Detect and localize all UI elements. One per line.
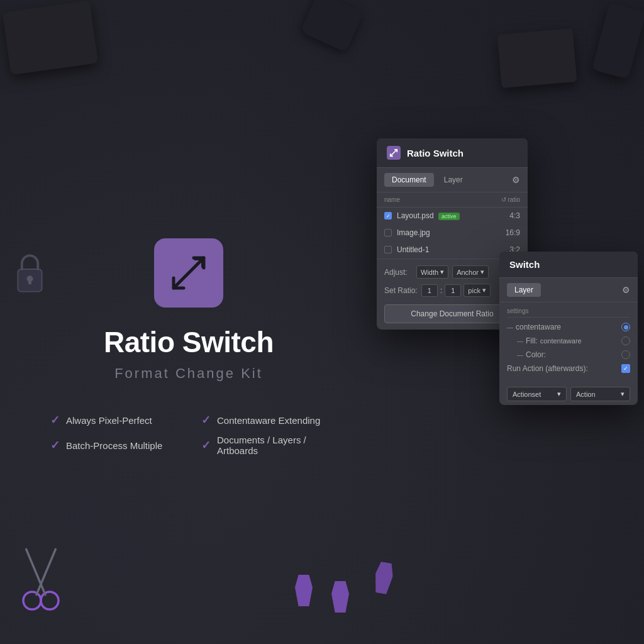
radio-color[interactable] <box>621 350 630 359</box>
app-title: Ratio Switch <box>104 325 274 359</box>
checkbox-2[interactable] <box>384 229 392 236</box>
panel-icon <box>387 146 401 160</box>
svg-line-7 <box>176 260 201 286</box>
panel-title-secondary: Switch <box>509 259 540 270</box>
actionset-select[interactable]: Actionset ▾ <box>507 387 567 401</box>
feature-label-1: Always Pixel-Perfect <box>66 415 152 426</box>
check-icon-2: ✓ <box>201 413 211 427</box>
settings-gear-icon[interactable]: ⚙ <box>512 175 520 185</box>
fill-value: contentaware <box>540 337 582 345</box>
checkbox-3[interactable] <box>384 246 392 253</box>
tab-layer-secondary[interactable]: Layer <box>507 283 541 297</box>
dash-icon-2: — <box>517 338 523 345</box>
set-ratio-label: Set Ratio: <box>384 286 418 295</box>
app-icon <box>154 238 223 308</box>
file-name-3: Untitled-1 <box>397 245 504 254</box>
ratio-input-2[interactable] <box>445 284 461 297</box>
settings-gear-icon-2[interactable]: ⚙ <box>622 285 630 295</box>
actionset-label: Actionset <box>513 391 541 398</box>
radio-contentaware[interactable] <box>621 323 630 331</box>
ratio-inputs: : pick ▾ <box>421 284 491 297</box>
feature-item-3: ✓ Batch-Process Multiple <box>50 435 176 456</box>
plugin-panel-secondary: Switch Layer ⚙ settings — contentaware —… <box>499 252 638 405</box>
dash-icon-3: — <box>517 352 523 358</box>
file-ratio-2: 16:9 <box>506 228 520 237</box>
feature-label-2: Contentaware Extending <box>217 415 320 426</box>
chevron-down-icon-3: ▾ <box>482 286 486 294</box>
setting-row-color: — Color: <box>507 350 630 359</box>
file-ratio-1: 4:3 <box>509 211 520 220</box>
setting-row-contentaware: — contentaware <box>507 323 630 331</box>
panel-tabs-secondary: Layer ⚙ <box>499 278 638 303</box>
hero-section: Ratio Switch Format Change Kit ✓ Always … <box>50 238 327 456</box>
ratio-input-1[interactable] <box>421 284 438 297</box>
feature-item-4: ✓ Documents / Layers / Artboards <box>201 435 327 456</box>
chevron-down-icon: ▾ <box>440 268 444 276</box>
setting-label-fill: Fill: <box>526 336 538 345</box>
features-list: ✓ Always Pixel-Perfect ✓ Contentaware Ex… <box>50 413 327 456</box>
panel-title-main: Ratio Switch <box>407 148 464 158</box>
action-select[interactable]: Action ▾ <box>570 387 630 401</box>
file-row-2[interactable]: Image.jpg 16:9 <box>377 225 528 242</box>
check-icon-3: ✓ <box>50 438 60 452</box>
ratio-separator: : <box>440 286 443 295</box>
tab-layer[interactable]: Layer <box>436 173 470 187</box>
chevron-down-icon-4: ▾ <box>557 390 561 398</box>
feature-label-3: Batch-Process Multiple <box>66 440 162 451</box>
setting-label-contentaware: contentaware <box>516 323 561 331</box>
app-subtitle: Format Change Kit <box>114 365 263 382</box>
adjust-label: Adjust: <box>384 268 413 277</box>
adjust-width-select[interactable]: Width ▾ <box>416 265 448 279</box>
panel-header-main: Ratio Switch <box>377 138 528 168</box>
col-ratio-header: ↺ ratio <box>501 196 520 203</box>
action-row: Actionset ▾ Action ▾ <box>499 383 638 405</box>
feature-label-4: Documents / Layers / Artboards <box>217 435 327 456</box>
dash-icon: — <box>507 324 513 331</box>
run-action-label: Run Action (afterwards): <box>507 364 588 373</box>
chevron-down-icon-5: ▾ <box>621 390 625 398</box>
file-row-1[interactable]: Layout.psd active 4:3 <box>377 208 528 225</box>
col-name-header: name <box>384 196 400 203</box>
action-label: Action <box>576 391 596 398</box>
check-icon-4: ✓ <box>201 438 211 452</box>
file-name-2: Image.jpg <box>397 228 501 237</box>
badge-active-1: active <box>438 213 460 220</box>
table-header: name ↺ ratio <box>377 192 528 208</box>
setting-row-fill: — Fill: contentaware <box>507 336 630 345</box>
radio-fill[interactable] <box>621 336 630 345</box>
tab-document[interactable]: Document <box>384 173 434 187</box>
feature-item-1: ✓ Always Pixel-Perfect <box>50 413 176 427</box>
check-icon-1: ✓ <box>50 413 60 427</box>
setting-label-color: Color: <box>526 350 546 359</box>
ratio-pick-select[interactable]: pick ▾ <box>464 284 491 297</box>
panel-tabs: Document Layer ⚙ <box>377 168 528 192</box>
run-action-row: Run Action (afterwards): ✓ <box>507 364 630 373</box>
adjust-anchor-select[interactable]: Anchor ▾ <box>452 265 489 279</box>
chevron-down-icon-2: ▾ <box>480 268 484 276</box>
file-name-1: Layout.psd active <box>397 211 504 220</box>
settings-title: settings <box>507 308 630 318</box>
panel-header-secondary: Switch <box>499 252 638 278</box>
checkbox-1[interactable] <box>384 212 392 219</box>
run-action-checkbox[interactable]: ✓ <box>621 364 630 373</box>
feature-item-2: ✓ Contentaware Extending <box>201 413 327 427</box>
settings-section: settings — contentaware — Fill: contenta… <box>499 303 638 383</box>
